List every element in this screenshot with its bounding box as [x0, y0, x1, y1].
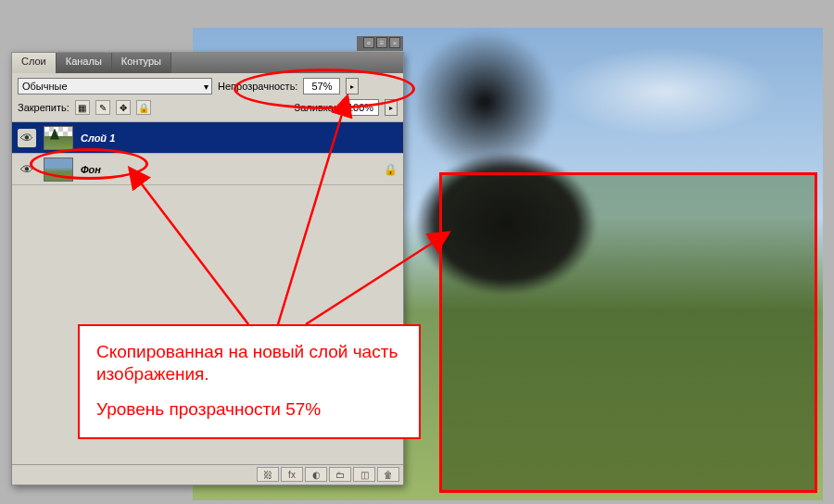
- layer-thumbnail-bg[interactable]: [44, 158, 73, 182]
- layer-name-bg[interactable]: Фон: [81, 164, 101, 175]
- lock-fill-row: Закрепить: ▦ ✎ ✥ 🔒 Заливка: 100% ▸: [12, 97, 403, 121]
- overlay-blend: [442, 175, 815, 490]
- opacity-slider-btn[interactable]: ▸: [346, 78, 359, 94]
- layers-list: 👁 Слой 1 👁 Фон 🔒: [12, 121, 403, 185]
- blend-mode-value: Обычные: [22, 81, 68, 92]
- fill-slider-btn[interactable]: ▸: [385, 99, 398, 116]
- link-layers-icon[interactable]: ⛓: [257, 467, 279, 482]
- new-folder-icon[interactable]: 🗀: [329, 467, 351, 482]
- blend-opacity-row: Обычные Непрозрачность: 57% ▸: [12, 73, 403, 97]
- fill-label: Заливка:: [295, 102, 336, 113]
- layer-row-bg[interactable]: 👁 Фон 🔒: [12, 154, 403, 185]
- delete-layer-icon[interactable]: 🗑: [377, 467, 399, 482]
- lock-icon: 🔒: [384, 163, 398, 176]
- opacity-label: Непрозрачность:: [218, 81, 297, 92]
- panel-close-icon[interactable]: ×: [389, 37, 400, 48]
- new-layer-icon[interactable]: ◫: [353, 467, 375, 482]
- thumb-bg: [44, 158, 72, 181]
- tab-channels[interactable]: Каналы: [57, 53, 112, 73]
- fill-field[interactable]: 100%: [342, 99, 379, 116]
- blend-mode-select[interactable]: Обычные: [18, 78, 212, 94]
- thumb-tree: [50, 129, 59, 140]
- lock-brush-icon[interactable]: ✎: [95, 100, 110, 115]
- tab-layers[interactable]: Слои: [12, 53, 57, 73]
- visibility-toggle-icon[interactable]: 👁: [18, 129, 36, 147]
- layer-row-1[interactable]: 👁 Слой 1: [12, 122, 403, 154]
- panel-menu-icon[interactable]: ≡: [376, 37, 387, 48]
- selection-overlay-rect: [439, 172, 817, 493]
- tab-paths[interactable]: Контуры: [112, 53, 171, 73]
- annotation-line2: Уровень прозрачности 57%: [96, 398, 402, 421]
- lock-label: Закрепить:: [18, 102, 70, 113]
- lock-all-icon[interactable]: 🔒: [136, 100, 151, 115]
- lock-transparent-icon[interactable]: ▦: [75, 100, 90, 115]
- lock-move-icon[interactable]: ✥: [116, 100, 131, 115]
- annotation-line1: Скопированная на новый слой часть изобра…: [96, 341, 402, 385]
- visibility-toggle-icon[interactable]: 👁: [18, 160, 36, 179]
- layer-name-1[interactable]: Слой 1: [81, 132, 115, 144]
- layer-fx-icon[interactable]: fx: [281, 467, 303, 482]
- annotation-callout: Скопированная на новый слой часть изобра…: [78, 324, 421, 439]
- panel-controls: « ≡ ×: [357, 36, 403, 51]
- panel-footer: ⛓ fx ◐ 🗀 ◫ 🗑: [12, 464, 403, 485]
- layer-mask-icon[interactable]: ◐: [305, 467, 327, 482]
- layer-thumbnail-1[interactable]: [44, 126, 73, 150]
- panel-tabs: Слои Каналы Контуры: [12, 53, 403, 73]
- panel-collapse-icon[interactable]: «: [363, 37, 374, 48]
- opacity-field[interactable]: 57%: [303, 78, 340, 94]
